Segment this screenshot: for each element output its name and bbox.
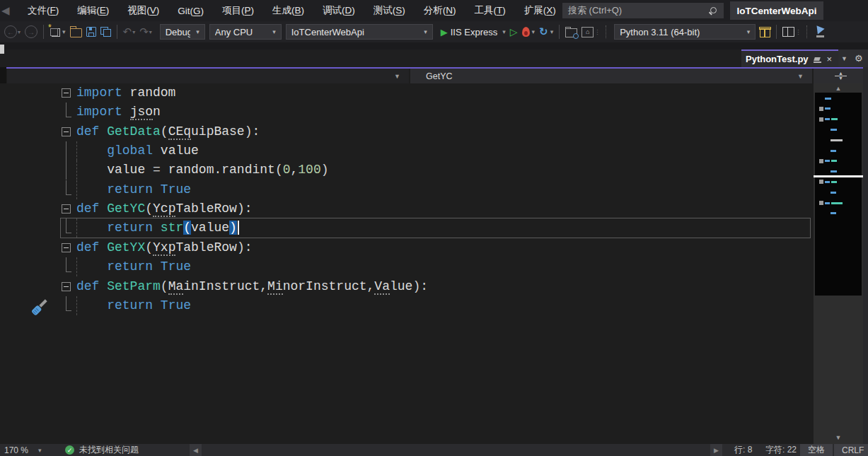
menu-item[interactable]: 项目(P) [213, 1, 263, 20]
minimap-line [831, 170, 837, 173]
minimap-line [819, 118, 838, 121]
fold-collapse-icon[interactable] [62, 88, 71, 98]
chevron-down-icon: ▾ [62, 28, 66, 35]
menu-item[interactable]: 工具(T) [465, 1, 515, 20]
vertical-scrollbar[interactable]: ▲ ▼ [814, 83, 863, 444]
fold-scope-line [66, 103, 66, 117]
code-line[interactable]: def GetYC(YcpTableRow): [0, 199, 812, 218]
manage-packages-button[interactable] [760, 23, 770, 40]
redo-icon: ↷ [139, 25, 149, 38]
browser-home-button[interactable]: ⌂⋮ [581, 23, 600, 40]
toolbar-separator [559, 25, 560, 39]
scroll-up-button[interactable]: ▲ [814, 83, 863, 93]
code-line[interactable]: global value [0, 141, 812, 160]
fold-collapse-icon[interactable] [62, 282, 71, 291]
hscroll-right-button[interactable]: ▶ [710, 444, 722, 456]
collapsed-panel-grip[interactable] [0, 45, 4, 54]
zoom-dropdown[interactable]: 170 % ▾ [4, 444, 42, 456]
minimap-caret-line [814, 175, 863, 177]
menu-item[interactable]: 测试(S) [364, 1, 415, 20]
right-arrow-icon: ▶ [714, 447, 719, 454]
gear-icon[interactable]: ⚙ [855, 53, 863, 64]
code-line-text: def SetParm(MainInstruct,MinorInstruct,V… [76, 277, 428, 296]
spaces-indicator[interactable]: 空格 [800, 444, 833, 456]
toolbar-separator [43, 25, 44, 39]
nav-member-dropdown[interactable]: GetYC ▼ [410, 69, 812, 83]
menu-item[interactable]: 编辑(E) [68, 1, 118, 20]
scroll-down-button[interactable]: ▼ [814, 433, 863, 443]
minimap[interactable] [815, 93, 862, 296]
text-caret [238, 221, 239, 235]
restart-app-button[interactable]: ↻▾ [539, 23, 553, 40]
tab-pythontest[interactable]: PythonTest.py × [741, 49, 839, 67]
save-button[interactable] [86, 23, 96, 40]
nav-back-button[interactable]: ←▾ [4, 23, 21, 40]
fold-scope-line [66, 180, 66, 194]
menu-item[interactable]: 文件(F) [18, 1, 68, 20]
nav-scope-dropdown[interactable]: ▼ [7, 69, 409, 83]
nav-forward-button[interactable]: → [25, 23, 37, 40]
chevron-down-icon: ▾ [18, 29, 21, 35]
fold-collapse-icon[interactable] [62, 127, 71, 136]
menu-item[interactable]: 调试(D) [313, 1, 364, 20]
new-project-button[interactable]: *▾ [50, 23, 66, 40]
fold-scope-line [66, 257, 66, 271]
menu-item[interactable]: 扩展(X) [515, 1, 565, 20]
redo-button[interactable]: ↷▾ [139, 23, 152, 40]
code-line[interactable]: import random [0, 83, 812, 103]
fold-collapse-icon[interactable] [62, 243, 71, 252]
startup-project-dropdown[interactable]: IoTCenterWebApi▾ [286, 24, 433, 40]
menu-item[interactable]: 生成(B) [263, 1, 313, 20]
code-line[interactable]: return str(value) [0, 218, 812, 238]
debug-config-dropdown[interactable]: Debug▾ [160, 24, 205, 40]
menu-item[interactable]: 分析(N) [415, 1, 465, 20]
run-target-label: IIS Express [451, 27, 497, 37]
code-line-text: def GetYC(YcpTableRow): [76, 199, 252, 218]
editor-splitter[interactable]: ▲▼ [814, 69, 868, 83]
undo-button[interactable]: ↶▾ [123, 23, 136, 40]
search-box[interactable]: 搜索 (Ctrl+Q) [562, 3, 724, 18]
visual-studio-window: ◀ 文件(F)编辑(E)视图(V)Git(G)项目(P)生成(B)调试(D)测试… [0, 0, 868, 456]
window-layout-icon [782, 27, 794, 37]
overflow-icon: ⋮ [795, 29, 801, 35]
fold-scope-line-end [66, 117, 71, 117]
sparkle-icon: * [48, 23, 52, 33]
code-line[interactable]: return True [0, 296, 812, 315]
tab-list-dropdown[interactable]: ▼ [841, 55, 847, 62]
close-icon[interactable]: × [827, 54, 833, 64]
code-line[interactable]: import json [0, 103, 812, 122]
left-arrow-icon: ◀ [193, 447, 198, 454]
window-layout-button[interactable]: ⋮ [782, 23, 801, 40]
python-environment-dropdown[interactable]: Python 3.11 (64-bit)▾ [614, 24, 756, 40]
line-ending-indicator[interactable]: CRLF [834, 444, 868, 456]
save-all-button[interactable] [100, 23, 111, 40]
start-without-debug-button[interactable]: ▷ [510, 23, 518, 40]
minimap-line [819, 201, 843, 204]
platform-dropdown[interactable]: Any CPU▾ [209, 24, 282, 40]
quick-actions-screwdriver-icon[interactable] [30, 296, 51, 317]
minimap-line [831, 191, 836, 194]
code-editor[interactable]: import randomimport jsondef GetData(CEqu… [0, 83, 814, 444]
find-in-files-button[interactable] [565, 23, 577, 40]
menu-item[interactable]: Git(G) [168, 3, 213, 19]
fold-collapse-icon[interactable] [62, 204, 71, 214]
code-line[interactable]: def GetData(CEquipBase): [0, 122, 812, 141]
code-line[interactable]: return True [0, 257, 812, 276]
code-line[interactable]: def SetParm(MainInstruct,MinorInstruct,V… [0, 277, 812, 296]
window-right-edge [863, 67, 868, 444]
chevron-down-icon: ▾ [550, 28, 554, 35]
document-health-indicator[interactable]: ✓ 未找到相关问题 [65, 444, 139, 456]
start-debug-button[interactable]: ▶IIS Express▾ [441, 23, 506, 40]
pointer-tool-button[interactable] [813, 23, 824, 40]
code-line[interactable]: def GetYX(YxpTableRow): [0, 238, 812, 257]
hscroll-left-button[interactable]: ◀ [190, 444, 202, 456]
chevron-down-icon: ▼ [797, 73, 804, 80]
menu-item[interactable]: 视图(V) [118, 1, 168, 20]
code-line[interactable]: value = random.randint(0,100) [0, 160, 812, 180]
hot-reload-button[interactable]: ▾ [522, 23, 536, 40]
pin-icon[interactable] [814, 56, 822, 63]
save-icon [86, 27, 96, 37]
code-line[interactable]: return True [0, 180, 812, 199]
minimap-line [831, 128, 837, 131]
open-file-button[interactable] [70, 23, 82, 40]
